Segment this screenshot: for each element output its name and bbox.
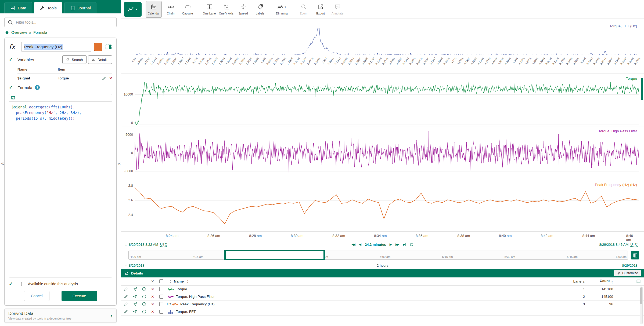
lane-plot[interactable]	[135, 129, 639, 178]
item-info-icon[interactable]	[139, 302, 149, 306]
remove-item-icon[interactable]: ×	[149, 287, 157, 292]
send-item-icon[interactable]	[130, 309, 139, 314]
count-column-header[interactable]: Count	[600, 279, 610, 283]
select-all-checkbox[interactable]	[159, 279, 163, 283]
docked-panel-toggle-icon[interactable]	[105, 43, 112, 50]
item-info-icon[interactable]	[139, 294, 149, 299]
step-back-button[interactable]: ◀	[359, 243, 361, 246]
tab-tools[interactable]: Tools	[34, 2, 62, 13]
toolbar-button-spread[interactable]: Spread	[235, 1, 251, 18]
details-row[interactable]: ×Torque, FFT	[121, 308, 644, 316]
y-axis-label[interactable]: 5000	[121, 133, 133, 137]
available-outside-checkbox[interactable]	[21, 282, 25, 286]
send-item-icon[interactable]	[130, 287, 139, 291]
y-axis-label[interactable]: 2.8	[121, 184, 133, 188]
item-name[interactable]: Torque, High Pass Filter	[176, 295, 566, 299]
sort-icon[interactable]: ▲▼	[611, 280, 613, 284]
remove-item-icon[interactable]: ×	[149, 294, 157, 299]
remove-variable-icon[interactable]: ×	[109, 76, 112, 80]
item-checkbox[interactable]	[159, 302, 163, 306]
home-icon[interactable]	[5, 30, 9, 35]
y-axis-label[interactable]: 0	[121, 151, 133, 155]
investigate-date-left[interactable]: 8/29/2018	[129, 263, 145, 268]
item-checkbox[interactable]	[159, 295, 163, 299]
collapse-left-edge-chevron[interactable]: «	[1, 160, 4, 166]
toolbar-button-calendar[interactable]: Calendar	[146, 1, 162, 18]
add-column-icon[interactable]	[636, 279, 641, 284]
cancel-button[interactable]: Cancel	[24, 291, 49, 301]
toolbar-button-one-lane[interactable]: One Lane	[201, 1, 217, 18]
chevron-right-icon[interactable]: ›	[110, 313, 113, 319]
step-forward-button[interactable]: ▶	[390, 243, 392, 246]
lane-title[interactable]: Torque, FFT (Hz)	[609, 24, 637, 28]
item-checkbox[interactable]	[159, 287, 163, 291]
breadcrumb-overview[interactable]: Overview	[11, 30, 27, 35]
help-icon[interactable]: ?	[35, 85, 40, 90]
remove-item-icon[interactable]: ×	[149, 302, 157, 307]
variables-details-button[interactable]: Details	[88, 55, 112, 64]
sort-icon[interactable]: ▲▼	[187, 280, 189, 283]
details-row[interactable]: ×HzPeak Frequency (Hz)396	[121, 301, 644, 308]
view-selector-button[interactable]: ▼	[124, 2, 142, 17]
collapse-sidebar-chevron[interactable]: «	[118, 160, 121, 166]
edit-variable-icon[interactable]	[102, 76, 106, 80]
y-axis-label[interactable]: -5000	[121, 169, 133, 173]
timeline-scrubber[interactable]: 4:00 am4:15 am4:30 am4:45 am5:00 am5:15 …	[128, 251, 628, 260]
sort-ascending-icon[interactable]: ▲	[582, 280, 585, 283]
toolbar-button-capsule[interactable]: Capsule	[179, 1, 196, 18]
item-info-icon[interactable]	[139, 287, 149, 291]
color-swatch-button[interactable]	[94, 43, 102, 51]
scrubber-right-handle[interactable]	[323, 250, 325, 260]
y-axis-scroll-handle[interactable]	[641, 78, 643, 100]
item-name[interactable]: Torque, FFT	[176, 310, 566, 314]
date-range-grid-button[interactable]	[631, 251, 639, 259]
item-name[interactable]: Peak Frequency (Hz)	[180, 302, 566, 306]
name-column-header[interactable]: Name	[174, 279, 184, 283]
toolbar-button-chain[interactable]: Chain	[163, 1, 179, 18]
range-start[interactable]: 8/29/2018 8:22 AM	[129, 243, 158, 247]
item-name[interactable]: Torque	[176, 287, 566, 291]
formula-code[interactable]: $signal.aggregate(fft(100hz). peakFreque…	[9, 102, 112, 124]
investigate-date-right[interactable]: 8/29/2018	[622, 263, 638, 268]
formula-docs-icon[interactable]	[11, 96, 15, 100]
toolbar-button-one-y-axis[interactable]: One Y-Axis	[218, 1, 234, 18]
toolbar-button-export[interactable]: Export	[312, 1, 329, 18]
tab-journal[interactable]: Journal	[64, 2, 96, 13]
remove-all-icon[interactable]: ×	[149, 279, 157, 284]
toolbar-button-labels[interactable]: Labels	[252, 1, 268, 18]
item-info-icon[interactable]	[139, 309, 149, 314]
time-x-axis[interactable]: 8:24 am8:26 am8:28 am8:30 am8:32 am8:34 …	[135, 232, 639, 240]
remove-item-icon[interactable]: ×	[149, 309, 157, 314]
details-scrollbar[interactable]	[640, 287, 643, 324]
send-item-icon[interactable]	[130, 294, 139, 299]
lane-title[interactable]: Torque, High Pass Filter	[598, 129, 637, 133]
details-row[interactable]: ×Torque, High Pass Filter2145100	[121, 293, 644, 301]
details-row[interactable]: ×Torque1145100	[121, 285, 644, 293]
step-to-end-button[interactable]: ▶	[403, 243, 406, 246]
item-checkbox[interactable]	[159, 310, 163, 314]
lane-plot[interactable]	[135, 28, 639, 55]
item-name-input[interactable]: Peak Frequency (Hz)	[21, 42, 91, 52]
derived-data-panel[interactable]: Derived Data View data created by tools …	[4, 309, 117, 323]
toolbar-button-dimming[interactable]: ▼Dimming	[274, 1, 290, 18]
lane-column-header[interactable]: Lane	[573, 279, 581, 283]
sort-icon[interactable]: ▲▼	[170, 280, 171, 283]
customize-button[interactable]: Customize	[614, 270, 641, 276]
lane-plot[interactable]	[135, 76, 639, 125]
tab-data[interactable]: Data	[4, 2, 32, 13]
range-start-timezone[interactable]: UTC	[160, 242, 167, 247]
y-axis-label[interactable]: 10000	[121, 93, 133, 96]
filter-tools-input[interactable]	[4, 17, 117, 27]
range-end[interactable]: 8/29/2018 8:46 AM	[599, 243, 628, 247]
edit-item-icon[interactable]	[121, 287, 130, 291]
lane-title[interactable]: Peak Frequency (Hz) (Hz)	[595, 183, 637, 187]
y-axis-label[interactable]: 0	[121, 121, 133, 125]
y-axis-label[interactable]: 2.4	[121, 213, 133, 217]
range-duration[interactable]: 24.2 minutes	[365, 243, 386, 247]
scrubber-left-handle[interactable]	[224, 250, 226, 260]
lane-title[interactable]: Torque	[626, 76, 637, 80]
step-forward-many-button[interactable]: ▶▶	[395, 243, 399, 246]
variables-search-button[interactable]: Search	[62, 55, 87, 64]
investigate-range-label[interactable]: 2 hours	[377, 263, 388, 268]
execute-button[interactable]: Execute	[62, 291, 97, 301]
